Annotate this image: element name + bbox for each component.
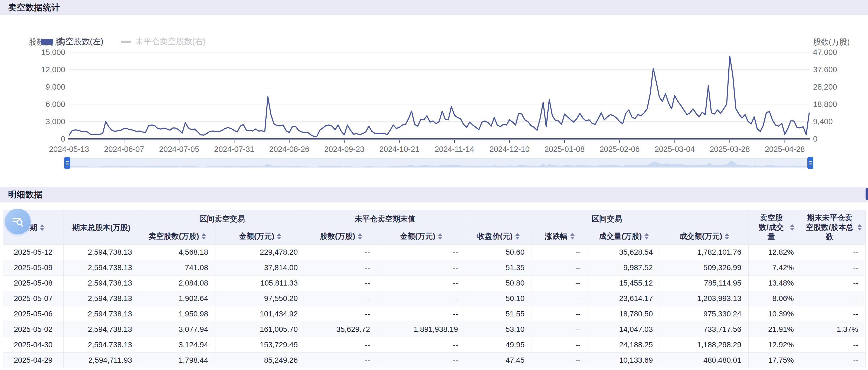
table-row: 2025-05-072,594,738.131,902.6497,550.20-… [3, 291, 866, 306]
cell-value: 1,188,298.29 [660, 337, 749, 353]
detail-section-title: 明细数据 [8, 189, 43, 200]
cell-value: 480,480.01 [660, 353, 749, 368]
cell-value: -- [377, 337, 465, 353]
column-label: 股数(万股) [320, 232, 355, 241]
cell-value: -- [377, 260, 465, 276]
svg-text:12,000: 12,000 [41, 65, 65, 74]
table-row: 2025-05-062,594,738.131,950.98101,434.92… [3, 306, 866, 322]
datazoom-slider[interactable] [67, 158, 810, 167]
sort-icons [725, 233, 729, 240]
cell-value: 975,330.24 [660, 306, 749, 322]
short-selling-dashboard: 卖空数据统计 15,00047,00012,00037,6009,00028,2… [0, 0, 868, 370]
cell-value: 2,594,738.13 [64, 245, 140, 260]
cell-value: -- [305, 276, 377, 291]
col-g2-3[interactable]: 成交额(万元) [660, 227, 749, 245]
cell-value: 50.60 [465, 245, 532, 260]
group-2: 区间交易 [465, 210, 749, 227]
column-label: 涨跌幅 [545, 232, 567, 241]
col-ratio-short-turnover[interactable]: 卖空股数/成交量 [749, 210, 801, 245]
col-g2-1[interactable]: 涨跌幅 [532, 227, 588, 245]
cell-date: 2025-04-29 [3, 353, 64, 368]
cell-value: -- [305, 306, 377, 322]
svg-text:9,000: 9,000 [45, 83, 65, 91]
cell-date: 2025-04-30 [3, 337, 64, 353]
col-g2-0[interactable]: 收盘价(元) [465, 227, 532, 245]
cell-value: 18,780.50 [588, 306, 660, 322]
column-label: 期末总股本(万股) [72, 223, 130, 232]
cell-value: -- [377, 306, 465, 322]
cell-date: 2025-05-12 [3, 245, 64, 260]
cell-value: 1,902.64 [140, 291, 215, 306]
svg-text:15,000: 15,000 [41, 48, 65, 57]
cell-value: 2,594,738.13 [64, 306, 140, 322]
cell-value: -- [801, 291, 866, 306]
col-ratio-open-capital[interactable]: 期末未平仓卖空股数/股本总数 [801, 210, 866, 245]
col-g1-1[interactable]: 金额(万元) [377, 227, 465, 245]
cell-date: 2025-05-02 [3, 322, 64, 337]
cell-value: -- [801, 337, 866, 353]
detail-table: 日期期末总股本(万股)区间卖空交易未平仓卖空期末值区间交易卖空股数/成交量期末未… [3, 210, 866, 368]
cell-value: -- [801, 260, 866, 276]
short-selling-chart: 15,00047,00012,00037,6009,00028,2006,000… [0, 15, 868, 187]
column-label: 卖空股数(万股) [149, 232, 199, 241]
stats-section-header: 卖空数据统计 [0, 0, 868, 15]
svg-text:股数(万股): 股数(万股) [813, 38, 849, 46]
svg-text:3,000: 3,000 [45, 117, 65, 126]
col-g1-0[interactable]: 股数(万股) [305, 227, 377, 245]
svg-text:0: 0 [61, 134, 65, 143]
col-g0-0[interactable]: 卖空股数(万股) [140, 227, 215, 245]
sort-icons [858, 224, 862, 230]
cell-value: 35,628.54 [588, 245, 660, 260]
cell-value: 8.06% [749, 291, 801, 306]
table-row: 2025-05-092,594,738.13741.0837,814.00---… [3, 260, 866, 276]
cell-value: 15,455.12 [588, 276, 660, 291]
cell-value: 23,614.17 [588, 291, 660, 306]
datazoom-right-handle[interactable] [807, 157, 813, 169]
cell-value: 1,950.98 [140, 306, 215, 322]
cell-value: -- [305, 353, 377, 368]
cell-value: 153,729.49 [215, 337, 305, 353]
cell-value: 741.08 [140, 260, 215, 276]
cell-value: 2,594,738.13 [64, 276, 140, 291]
edge-widget-sliver[interactable] [866, 188, 868, 200]
table-row: 2025-04-292,594,711.931,798.4485,249.26-… [3, 353, 866, 368]
cell-value: 13.48% [749, 276, 801, 291]
svg-text:18,800: 18,800 [813, 100, 837, 109]
cell-value: 785,114.95 [660, 276, 749, 291]
cell-value: 51.35 [465, 260, 532, 276]
legend-label: 卖空股数(左) [57, 36, 103, 47]
cell-value: -- [532, 353, 588, 368]
cell-value: 50.80 [465, 276, 532, 291]
table-row: 2025-05-022,594,738.133,077.94161,005.70… [3, 322, 866, 337]
svg-text:2024-09-23: 2024-09-23 [324, 145, 364, 153]
detail-section-header: 明细数据 [0, 187, 868, 203]
svg-text:2024-05-13: 2024-05-13 [49, 145, 89, 153]
cell-value: 105,811.33 [215, 276, 305, 291]
sort-icons [570, 233, 575, 240]
svg-text:6,000: 6,000 [45, 100, 65, 109]
cell-value: 733,717.56 [660, 322, 749, 337]
col-g0-1[interactable]: 金额(万元) [215, 227, 305, 245]
cell-value: 2,084.08 [140, 276, 215, 291]
legend-item-0[interactable]: 卖空股数(左) [40, 36, 103, 47]
legend-item-1[interactable]: 未平仓卖空股数(右) [121, 36, 206, 47]
sort-icons [790, 224, 795, 230]
cell-value: 9,987.52 [588, 260, 660, 276]
cell-value: -- [801, 306, 866, 322]
cell-value: -- [801, 245, 866, 260]
cell-value: 35,629.72 [305, 322, 377, 337]
cell-value: 1.37% [801, 322, 866, 337]
cell-value: 3,124.94 [140, 337, 215, 353]
legend-label: 未平仓卖空股数(右) [135, 36, 206, 47]
detail-table-area: 日期期末总股本(万股)区间卖空交易未平仓卖空期末值区间交易卖空股数/成交量期末未… [0, 210, 868, 368]
table-filter-button[interactable] [5, 209, 31, 235]
table-row: 2025-04-302,594,738.133,124.94153,729.49… [3, 337, 866, 353]
svg-text:28,200: 28,200 [813, 83, 837, 91]
col-g2-2[interactable]: 成交量(万股) [588, 227, 660, 245]
sort-icons [202, 233, 206, 240]
cell-value: 161,005.70 [215, 322, 305, 337]
cell-date: 2025-05-06 [3, 306, 64, 322]
datazoom-left-handle[interactable] [64, 157, 70, 169]
cell-value: 1,782,101.76 [660, 245, 749, 260]
cell-value: 2,594,711.93 [64, 353, 140, 368]
